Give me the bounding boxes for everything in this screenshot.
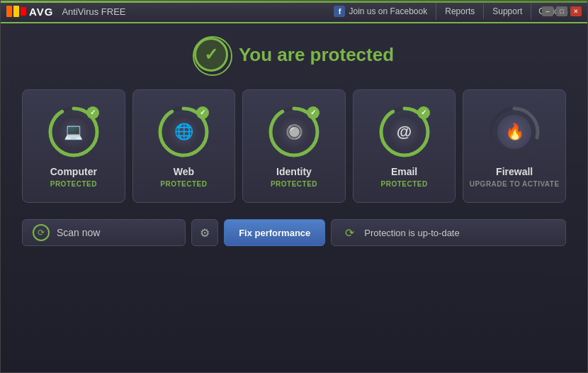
support-label: Support	[492, 6, 522, 16]
firewall-status: UPGRADE TO ACTIVATE	[470, 180, 560, 188]
web-label: Web	[174, 166, 194, 177]
scan-label: Scan now	[57, 227, 100, 238]
facebook-nav-item[interactable]: f Join us on Facebook	[325, 3, 436, 20]
status-headline: You are protected	[239, 44, 394, 66]
protection-status-bar: ⟳ Protection is up-to-date	[331, 219, 566, 246]
facebook-label: Join us on Facebook	[349, 6, 427, 16]
refresh-icon: ⟳	[341, 225, 357, 240]
checkmark-icon: ✓	[204, 45, 218, 65]
firewall-card[interactable]: 🔥 Firewall UPGRADE TO ACTIVATE	[463, 89, 566, 203]
app-window: AVG AntiVirus FREE f Join us on Facebook…	[0, 0, 588, 373]
computer-badge: ✓	[86, 106, 99, 119]
title-bar: AVG AntiVirus FREE f Join us on Facebook…	[1, 1, 587, 23]
scan-now-button[interactable]: ⟳ Scan now	[22, 219, 186, 246]
email-status: PROTECTED	[381, 180, 428, 188]
logo-sq2	[13, 6, 19, 17]
email-icon: @	[388, 115, 422, 149]
minimize-button[interactable]: –	[542, 6, 553, 16]
fix-label: Fix performance	[239, 228, 310, 238]
web-status: PROTECTED	[160, 180, 207, 188]
gear-settings-button[interactable]: ⚙	[191, 219, 218, 246]
protection-status-label: Protection is up-to-date	[364, 228, 459, 238]
identity-badge: ✓	[307, 106, 320, 119]
web-badge: ✓	[196, 106, 209, 119]
identity-card[interactable]: 🔘 ✓ Identity PROTECTED	[242, 89, 346, 203]
logo-text: AVG	[29, 6, 53, 18]
bottom-toolbar: ⟳ Scan now ⚙ Fix performance ⟳ Protectio…	[22, 217, 566, 248]
reports-nav-item[interactable]: Reports	[436, 4, 484, 19]
email-badge: ✓	[417, 106, 430, 119]
email-card[interactable]: @ ✓ Email PROTECTED	[353, 89, 456, 203]
scan-icon: ⟳	[33, 224, 50, 241]
identity-label: Identity	[276, 166, 312, 177]
firewall-icon: 🔥	[497, 115, 531, 149]
identity-icon-container: 🔘 ✓	[267, 105, 321, 159]
support-nav-item[interactable]: Support	[484, 4, 531, 19]
firewall-label: Firewall	[496, 166, 533, 177]
fix-performance-button[interactable]: Fix performance	[224, 219, 325, 246]
window-controls: – □ ✕	[542, 6, 582, 16]
logo-sq1	[6, 6, 12, 17]
app-subtitle: AntiVirus FREE	[62, 6, 125, 17]
cards-row: 💻 ✓ Computer PROTECTED 🌐 ✓ Web PROTECTE	[22, 89, 566, 203]
computer-status: PROTECTED	[50, 180, 97, 188]
logo-area: AVG AntiVirus FREE	[6, 4, 125, 18]
close-button[interactable]: ✕	[570, 6, 582, 16]
computer-card[interactable]: 💻 ✓ Computer PROTECTED	[22, 89, 125, 203]
web-icon: 🌐	[166, 115, 200, 149]
status-banner: ✓ You are protected	[22, 38, 566, 72]
identity-status: PROTECTED	[271, 180, 317, 188]
maximize-button[interactable]: □	[556, 6, 567, 16]
email-label: Email	[391, 166, 417, 177]
firewall-icon-container: 🔥	[487, 105, 541, 159]
identity-icon: 🔘	[277, 115, 311, 149]
email-icon-container: @ ✓	[378, 105, 431, 159]
web-icon-container: 🌐 ✓	[157, 105, 210, 159]
gear-icon: ⚙	[200, 226, 210, 240]
computer-label: Computer	[50, 166, 97, 177]
computer-icon-container: 💻 ✓	[47, 105, 101, 159]
status-check-icon: ✓	[194, 38, 228, 72]
avg-logo: AVG	[6, 4, 53, 18]
reports-label: Reports	[445, 6, 475, 16]
logo-sq3	[21, 7, 26, 16]
facebook-icon: f	[334, 6, 345, 17]
main-content: ✓ You are protected 💻 ✓ Computer PROTECT…	[1, 23, 587, 372]
logo-icon	[6, 4, 26, 18]
computer-icon: 💻	[57, 115, 91, 149]
accent-bar	[1, 1, 587, 3]
web-card[interactable]: 🌐 ✓ Web PROTECTED	[132, 89, 236, 203]
